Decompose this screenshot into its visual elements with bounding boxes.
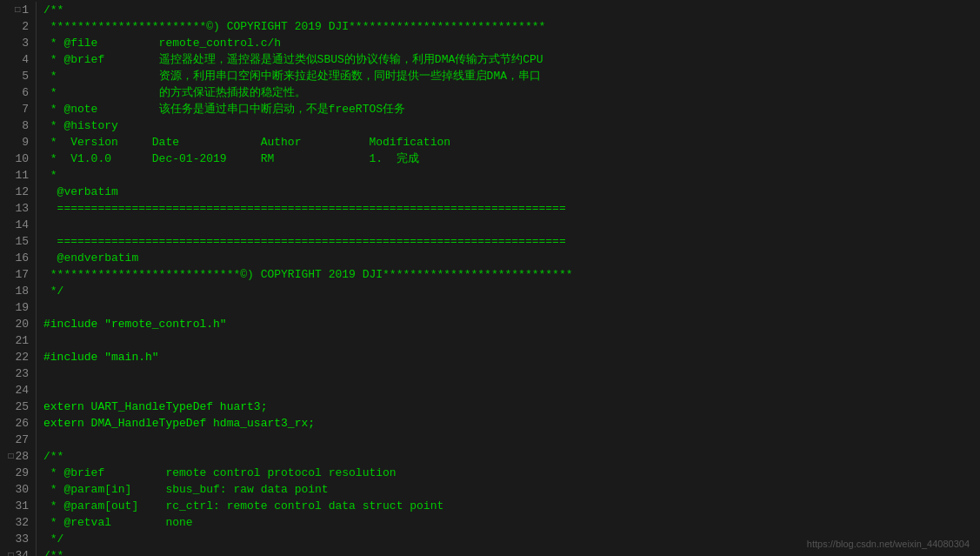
line-number: 31 [0, 498, 37, 514]
line-row: 23 [0, 365, 980, 382]
line-row: 29 * @brief remote control protocol reso… [0, 465, 980, 481]
line-content: * @file remote_control.c/h [37, 35, 980, 51]
line-number: □28 [0, 448, 37, 465]
line-number: 16 [0, 250, 37, 266]
line-number: 19 [0, 299, 37, 316]
line-row: 3 * @file remote_control.c/h [0, 35, 980, 51]
line-content: extern DMA_HandleTypeDef hdma_usart3_rx; [37, 415, 980, 432]
line-row: 16 @endverbatim [0, 250, 980, 266]
line-number: 23 [0, 365, 37, 382]
line-number: 27 [0, 432, 37, 448]
line-number-text: 6 [22, 84, 29, 101]
line-number-text: 8 [22, 117, 29, 134]
line-row: 6 * 的方式保证热插拔的稳定性。 [0, 84, 980, 101]
line-number-text: 22 [15, 349, 29, 365]
line-row: 9 * Version Date Author Modification [0, 134, 980, 151]
line-row: 32 * @retval none [0, 514, 980, 531]
line-row: □1/** [0, 2, 980, 18]
line-number-text: 3 [22, 35, 29, 51]
line-content: * @param[out] rc_ctrl: remote control da… [37, 498, 980, 514]
line-content: * 资源，利用串口空闲中断来拉起处理函数，同时提供一些掉线重启DMA，串口 [37, 68, 980, 84]
line-number: 4 [0, 51, 37, 68]
line-number-text: 29 [15, 465, 29, 481]
line-number-text: 27 [15, 432, 29, 448]
line-number-text: 32 [15, 514, 29, 531]
lines-wrapper: □1/**2 ***********************©) COPYRIG… [0, 0, 980, 556]
line-row: 8 * @history [0, 117, 980, 134]
line-number: 11 [0, 167, 37, 184]
line-number-text: 15 [15, 233, 29, 250]
line-number-text: 20 [15, 316, 29, 332]
line-content: * V1.0.0 Dec-01-2019 RM 1. 完成 [37, 151, 980, 167]
line-number: 2 [0, 18, 37, 35]
line-content: * @retval none [37, 514, 980, 531]
line-content: * @history [37, 117, 980, 134]
line-row: 13 =====================================… [0, 200, 980, 217]
line-content: #include "main.h" [37, 349, 980, 365]
line-row: 7 * @note 该任务是通过串口中断启动，不是freeRTOS任务 [0, 101, 980, 117]
line-content: * Version Date Author Modification [37, 134, 980, 151]
line-number: 13 [0, 200, 37, 217]
line-row: 18 */ [0, 283, 980, 299]
line-number-text: 17 [15, 266, 29, 283]
line-number-text: 9 [22, 134, 29, 151]
line-number: 33 [0, 531, 37, 547]
line-number-text: 13 [15, 200, 29, 217]
line-content: /** [37, 448, 980, 465]
line-content: #include "remote_control.h" [37, 316, 980, 332]
line-number-text: 18 [15, 283, 29, 299]
collapse-icon[interactable]: □ [8, 448, 13, 465]
line-number-text: 25 [15, 399, 29, 415]
line-content: * @param[in] sbus_buf: raw data point [37, 481, 980, 498]
line-number: 12 [0, 184, 37, 200]
line-content: * @brief remote control protocol resolut… [37, 465, 980, 481]
line-row: 10 * V1.0.0 Dec-01-2019 RM 1. 完成 [0, 151, 980, 167]
line-number: 8 [0, 117, 37, 134]
line-number: 7 [0, 101, 37, 117]
line-number: 30 [0, 481, 37, 498]
line-row: 19 [0, 299, 980, 316]
line-content: ***********************©) COPYRIGHT 2019… [37, 18, 980, 35]
line-content: */ [37, 283, 980, 299]
line-row: 20#include "remote_control.h" [0, 316, 980, 332]
line-number-text: 10 [15, 151, 29, 167]
line-content: @endverbatim [37, 250, 980, 266]
watermark: https://blog.csdn.net/weixin_44080304 [807, 539, 970, 549]
line-number-text: 28 [15, 448, 29, 465]
line-row: 31 * @param[out] rc_ctrl: remote control… [0, 498, 980, 514]
collapse-icon[interactable]: □ [15, 2, 20, 18]
line-number: 25 [0, 399, 37, 415]
line-number-text: 19 [15, 299, 29, 316]
line-number: 20 [0, 316, 37, 332]
line-number: 5 [0, 68, 37, 84]
line-content: @verbatim [37, 184, 980, 200]
line-content: /** [37, 2, 980, 18]
line-number: 24 [0, 382, 37, 399]
line-row: 11 * [0, 167, 980, 184]
collapse-icon[interactable]: □ [8, 547, 13, 556]
line-number: 14 [0, 217, 37, 233]
line-number: 17 [0, 266, 37, 283]
line-number: □1 [0, 2, 37, 18]
line-number: 9 [0, 134, 37, 151]
line-number: 3 [0, 35, 37, 51]
code-editor: □1/**2 ***********************©) COPYRIG… [0, 0, 980, 556]
line-row: 12 @verbatim [0, 184, 980, 200]
line-number: 18 [0, 283, 37, 299]
line-number-text: 14 [15, 217, 29, 233]
line-number: 22 [0, 349, 37, 365]
line-number: 6 [0, 84, 37, 101]
line-number-text: 21 [15, 332, 29, 349]
line-row: 25extern UART_HandleTypeDef huart3; [0, 399, 980, 415]
line-number-text: 26 [15, 415, 29, 432]
line-number: 29 [0, 465, 37, 481]
line-number: 10 [0, 151, 37, 167]
line-number-text: 2 [22, 18, 29, 35]
line-row: 26extern DMA_HandleTypeDef hdma_usart3_r… [0, 415, 980, 432]
line-row: 5 * 资源，利用串口空闲中断来拉起处理函数，同时提供一些掉线重启DMA，串口 [0, 68, 980, 84]
line-number-text: 31 [15, 498, 29, 514]
line-content: extern UART_HandleTypeDef huart3; [37, 399, 980, 415]
line-number-text: 4 [22, 51, 29, 68]
line-row: 17 ****************************©) COPYRI… [0, 266, 980, 283]
line-row: 2 ***********************©) COPYRIGHT 20… [0, 18, 980, 35]
